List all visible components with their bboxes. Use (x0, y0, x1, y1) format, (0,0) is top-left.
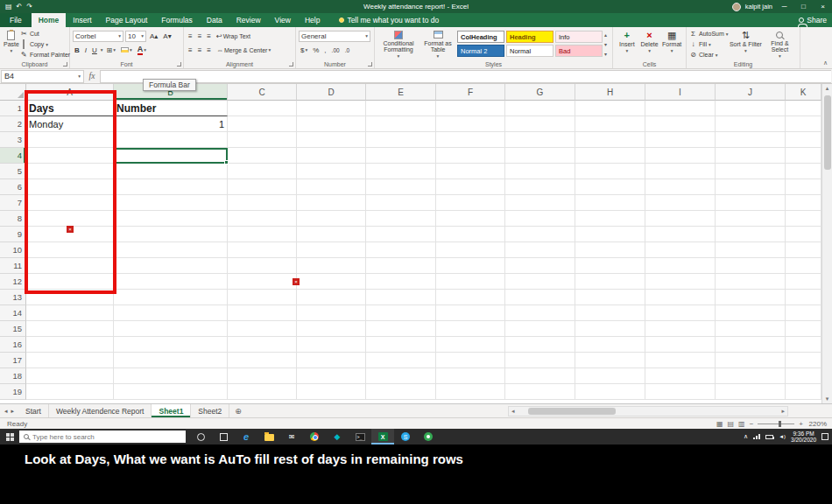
cell-A5[interactable] (26, 164, 114, 179)
cell-G12[interactable] (505, 274, 575, 290)
cell-F13[interactable] (436, 290, 505, 305)
new-sheet-button[interactable]: ⊕ (229, 404, 247, 417)
cell-C3[interactable] (228, 132, 297, 148)
cell-G10[interactable] (505, 242, 575, 258)
zoom-level[interactable]: 220% (807, 420, 827, 428)
share-button[interactable]: Share (799, 13, 827, 27)
cell-F12[interactable] (436, 274, 505, 290)
cell-B16[interactable] (114, 337, 228, 353)
cell-G4[interactable] (505, 148, 575, 164)
cell-E6[interactable] (366, 179, 436, 195)
volume-icon[interactable]: ◄) (779, 434, 786, 439)
cell-B19[interactable] (114, 384, 228, 400)
view-page-layout-icon[interactable]: ▤ (728, 420, 735, 428)
scroll-up-icon[interactable]: ▴ (822, 85, 832, 92)
file-explorer-icon[interactable] (257, 429, 280, 444)
comma-format-icon[interactable]: , (322, 46, 328, 54)
cell-K17[interactable] (786, 353, 821, 368)
sheet-nav-right-icon[interactable]: ▸ (11, 408, 15, 415)
cell-A13[interactable] (26, 290, 114, 305)
cell-J4[interactable] (716, 148, 786, 164)
row-header-6[interactable]: 6 (0, 179, 26, 195)
cell-F18[interactable] (436, 368, 505, 384)
cell-E17[interactable] (366, 353, 436, 368)
cell-H8[interactable] (575, 211, 645, 227)
cell-B2[interactable]: 1 (114, 116, 228, 132)
cell-E9[interactable] (366, 227, 436, 242)
maps-icon[interactable] (417, 429, 440, 444)
cell-F8[interactable] (436, 211, 505, 227)
ribbon-tab-review[interactable]: Review (229, 13, 268, 27)
cell-K6[interactable] (786, 179, 821, 195)
cell-G19[interactable] (505, 384, 575, 400)
horizontal-scrollbar[interactable]: ◂ ▸ (508, 406, 788, 416)
column-header-I[interactable]: I (645, 84, 716, 101)
cell-A17[interactable] (26, 353, 114, 368)
app-diamond-icon[interactable]: ◆ (326, 429, 349, 444)
battery-icon[interactable] (765, 435, 773, 439)
ribbon-tab-data[interactable]: Data (200, 13, 229, 27)
cell-K2[interactable] (786, 116, 821, 132)
ribbon-tab-view[interactable]: View (268, 13, 298, 27)
sort-filter-button[interactable]: ⇅ Sort & Filter ▾ (729, 29, 763, 60)
row-header-17[interactable]: 17 (0, 353, 26, 368)
dialog-launcher-icon[interactable] (63, 62, 67, 66)
cell-F19[interactable] (436, 384, 505, 400)
cell-E19[interactable] (366, 384, 436, 400)
wrap-text-button[interactable]: ↩Wrap Text (215, 32, 252, 40)
cell-G11[interactable] (505, 258, 575, 274)
cell-B9[interactable] (114, 227, 228, 242)
increase-font-icon[interactable]: A▴ (148, 32, 159, 40)
cell-I4[interactable] (645, 148, 716, 164)
cell-G17[interactable] (505, 353, 575, 368)
cell-C1[interactable] (228, 101, 297, 116)
cell-E15[interactable] (366, 321, 436, 337)
cell-I19[interactable] (645, 384, 716, 400)
sheet-tab-start[interactable]: Start (18, 404, 49, 417)
cortana-icon[interactable] (189, 429, 212, 444)
conditional-formatting-button[interactable]: Conditional Formatting ▾ (377, 29, 420, 60)
minimize-button[interactable]: ─ (777, 0, 792, 13)
cell-C2[interactable] (228, 116, 297, 132)
cell-D3[interactable] (297, 132, 366, 148)
cell-E4[interactable] (366, 148, 436, 164)
cell-J18[interactable] (716, 368, 786, 384)
fx-icon[interactable]: fx (84, 72, 100, 80)
cell-F17[interactable] (436, 353, 505, 368)
cell-F11[interactable] (436, 258, 505, 274)
ribbon-tab-file[interactable]: File (0, 13, 32, 27)
scroll-down-icon[interactable]: ▾ (822, 396, 832, 402)
cell-E11[interactable] (366, 258, 436, 274)
insert-cells-button[interactable]: + Insert ▾ (616, 29, 638, 60)
increase-decimal-icon[interactable]: .00 (330, 47, 342, 53)
cell-D6[interactable] (297, 179, 366, 195)
cell-K18[interactable] (786, 368, 821, 384)
column-header-D[interactable]: D (297, 84, 366, 101)
cell-B14[interactable] (114, 305, 228, 321)
close-button[interactable]: × (815, 0, 830, 13)
name-box[interactable]: B4▾ (1, 70, 84, 83)
cell-C4[interactable] (228, 148, 297, 164)
cell-E12[interactable] (366, 274, 436, 290)
cell-D18[interactable] (297, 368, 366, 384)
spreadsheet[interactable]: ABCDEFGHIJK1DaysNumber2Monday13456789101… (0, 84, 821, 403)
cell-D14[interactable] (297, 305, 366, 321)
cell-F10[interactable] (436, 242, 505, 258)
cell-G1[interactable] (505, 101, 575, 116)
delete-cells-button[interactable]: × Delete ▾ (638, 29, 661, 60)
row-header-19[interactable]: 19 (0, 384, 26, 400)
accounting-format-icon[interactable]: $▾ (299, 46, 309, 54)
cell-J15[interactable] (716, 321, 786, 337)
cell-I11[interactable] (645, 258, 716, 274)
cell-G5[interactable] (505, 164, 575, 179)
cell-F16[interactable] (436, 337, 505, 353)
cell-E5[interactable] (366, 164, 436, 179)
column-header-K[interactable]: K (786, 84, 821, 101)
gallery-down-icon[interactable]: ▾ (604, 41, 607, 47)
row-header-13[interactable]: 13 (0, 290, 26, 305)
cell-style-normal2[interactable]: Normal 2 (457, 45, 504, 57)
ribbon-tab-formulas[interactable]: Formulas (154, 13, 199, 27)
dialog-launcher-icon[interactable] (177, 62, 181, 66)
cell-J5[interactable] (716, 164, 786, 179)
cell-D13[interactable] (297, 290, 366, 305)
